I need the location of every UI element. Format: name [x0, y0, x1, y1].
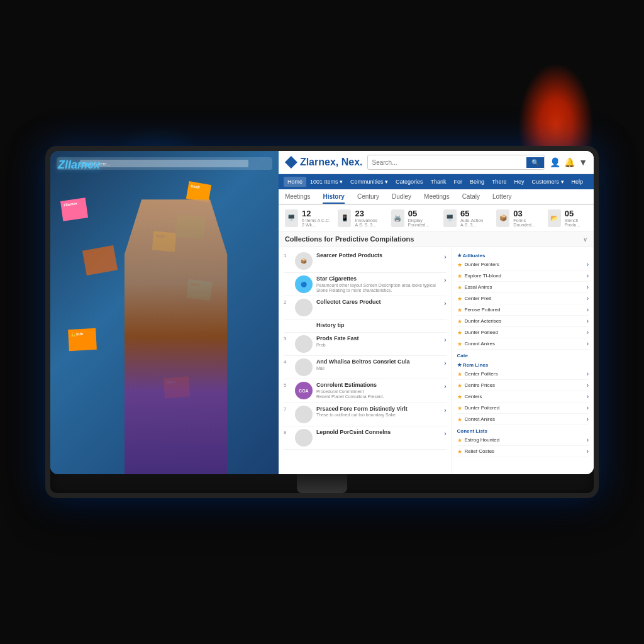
list-arrow-3[interactable]: ›	[444, 336, 446, 343]
chevron-down-icon[interactable]: ∨	[583, 236, 587, 243]
stat-img-1: 🖥️	[285, 209, 298, 227]
list-thumb-star: 🔵	[295, 275, 313, 293]
right-arrow-4[interactable]: ›	[587, 295, 589, 302]
list-arrow-8[interactable]: ›	[444, 430, 446, 437]
right-item-dunfer[interactable]: ★ Dunfer Poiteed ›	[457, 327, 589, 338]
dropdown-icon[interactable]: ▼	[579, 157, 587, 167]
nav-hey[interactable]: Hey	[511, 177, 528, 187]
right-text-dunfor: Dunfor Acterises	[465, 318, 584, 324]
stat-number-2: 23	[355, 209, 383, 218]
right-arrow-13[interactable]: ›	[587, 416, 589, 423]
right-arrow-14[interactable]: ›	[587, 436, 589, 443]
tab-meetings-2[interactable]: Meetings	[424, 193, 450, 204]
list-item-star-cigs[interactable]: 🔵 Star Cigarettes Paramount other layout…	[284, 273, 447, 296]
list-arrow-star[interactable]: ›	[444, 277, 446, 284]
list-item-4[interactable]: 4 And Whalisa Beitros Consriet Cula Mall…	[284, 356, 447, 379]
search-input[interactable]	[368, 158, 526, 167]
right-item-explore[interactable]: ★ Explore TI-blond ›	[457, 270, 589, 282]
list-arrow-2[interactable]: ›	[444, 300, 446, 307]
right-arrow-3[interactable]: ›	[587, 284, 589, 291]
right-arrow-7[interactable]: ›	[587, 329, 589, 336]
section-cate: Cate	[457, 351, 589, 359]
right-item-conret[interactable]: ★ Conret Anires ›	[457, 414, 589, 425]
tab-meetings-1[interactable]: Meetings	[285, 193, 311, 204]
right-arrow-8[interactable]: ›	[587, 340, 589, 347]
right-item-relief[interactable]: ★ Relief Costes ›	[457, 446, 589, 457]
list-arrow-4[interactable]: ›	[444, 360, 446, 367]
nav-home[interactable]: Home	[284, 177, 306, 187]
list-arrow-5[interactable]: ›	[444, 383, 446, 390]
nav-for[interactable]: For	[450, 177, 466, 187]
list-text-3: Prods Fate Fast Prob	[316, 335, 440, 348]
right-arrow-12[interactable]: ›	[587, 404, 589, 411]
tab-lottery[interactable]: Lottery	[492, 193, 512, 204]
list-arrow-7[interactable]: ›	[444, 407, 446, 414]
bell-icon[interactable]: 🔔	[564, 157, 575, 167]
list-item-history[interactable]: History tip	[284, 319, 447, 333]
sticky-note-3: ⚠️ Info	[68, 328, 97, 351]
right-item-dunter[interactable]: ★ Dunter Pointers ›	[457, 259, 589, 270]
right-arrow-6[interactable]: ›	[587, 318, 589, 325]
star-icon-14: ★	[457, 437, 462, 443]
stat-label-6: Stench Produ...	[565, 218, 587, 227]
search-bar[interactable]: 🔍	[367, 155, 545, 170]
list-num-1: 1	[284, 253, 291, 258]
list-item-8[interactable]: 8 Lepnold PorCsint Connelns ›	[284, 426, 447, 450]
list-item-3[interactable]: 3 Prods Fate Fast Prob ›	[284, 333, 447, 356]
right-item-estrog[interactable]: ★ Estrog Hounted ›	[457, 435, 589, 446]
right-text-dunter: Dunter Pointers	[465, 262, 584, 267]
right-item-dunfor[interactable]: ★ Dunfor Acterises ›	[457, 316, 589, 327]
list-item-2[interactable]: 2 Collectot Cares Product ›	[284, 296, 447, 319]
nav-help[interactable]: Help	[568, 177, 587, 187]
tab-dudley[interactable]: Dudley	[392, 193, 411, 204]
list-thumb-7	[295, 406, 313, 423]
right-item-essal[interactable]: ★ Essal Anires ›	[457, 282, 589, 293]
list-item-7[interactable]: 7 Prsaced Fore Form Distinctly Virlt The…	[284, 403, 447, 426]
right-item-center-preit[interactable]: ★ Center Preit ›	[457, 293, 589, 304]
right-text-dunfer: Dunfer Poiteed	[465, 330, 584, 335]
nav-customers[interactable]: Customers ▾	[528, 177, 568, 187]
list-thumb-8	[295, 429, 313, 447]
list-text-5: Conrolent Estimations Procedural Commitm…	[316, 382, 440, 399]
nav-thank[interactable]: Thank	[426, 177, 450, 187]
list-item-1[interactable]: 1 📦 Searcer Potted Products ›	[284, 250, 447, 273]
right-text-explore: Explore TI-blond	[465, 273, 584, 279]
right-item-center-poilters[interactable]: ★ Center Poilters ›	[457, 369, 589, 380]
right-arrow-10[interactable]: ›	[587, 382, 589, 389]
nav-being[interactable]: Being	[466, 177, 488, 187]
nav-there[interactable]: There	[488, 177, 511, 187]
right-arrow-5[interactable]: ›	[587, 306, 589, 313]
star-icon-15: ★	[457, 448, 462, 455]
stat-card-3: 🖨️ 05 Display Founded...	[391, 209, 436, 227]
list-arrow-1[interactable]: ›	[444, 253, 446, 260]
right-item-centers[interactable]: ★ Centers ›	[457, 391, 589, 402]
right-text-essal: Essal Anires	[465, 284, 584, 290]
star-icon-13: ★	[457, 416, 462, 423]
right-arrow-1[interactable]: ›	[587, 261, 589, 268]
nav-items[interactable]: 1001 Items ▾	[306, 177, 347, 187]
list-desc-star: Paramount other layout Screen Descriptio…	[316, 283, 440, 294]
tab-century[interactable]: Century	[357, 193, 379, 204]
monitor-screen: Zllamex Sale! ⚠️ Info New! Offer Deal! Z…	[50, 151, 594, 474]
logo-icon	[285, 156, 297, 169]
right-item-conrot[interactable]: ★ Conrot Anires ›	[457, 338, 589, 350]
right-item-ferose[interactable]: ★ Ferose Poitored ›	[457, 304, 589, 316]
list-title-1: Searcer Potted Products	[316, 252, 440, 260]
nav-communities[interactable]: Communities ▾	[347, 177, 392, 187]
right-arrow-2[interactable]: ›	[587, 272, 589, 279]
right-arrow-15[interactable]: ›	[587, 448, 589, 455]
right-arrow-11[interactable]: ›	[587, 393, 589, 400]
tab-history[interactable]: History	[323, 193, 344, 204]
list-item-5[interactable]: 5 CGA Conrolent Estimations Procedural C…	[284, 379, 447, 402]
tab-cataly[interactable]: Cataly	[462, 193, 480, 204]
user-icon[interactable]: 👤	[550, 157, 560, 167]
nav-categories[interactable]: Categories	[392, 177, 427, 187]
stat-number-6: 05	[565, 209, 587, 218]
search-button[interactable]: 🔍	[526, 157, 544, 168]
stat-label-2: Innovations A.S. S. 3...	[355, 218, 383, 227]
right-item-dunter-poitcred[interactable]: ★ Dunter Poitcred ›	[457, 402, 589, 414]
right-arrow-9[interactable]: ›	[587, 370, 589, 377]
right-item-centre-prices[interactable]: ★ Centre Prices ›	[457, 380, 589, 391]
section-rem-lines: ★ Rem Lines	[457, 360, 589, 369]
brand-logo: Zlarnex, Nex.	[285, 156, 363, 169]
